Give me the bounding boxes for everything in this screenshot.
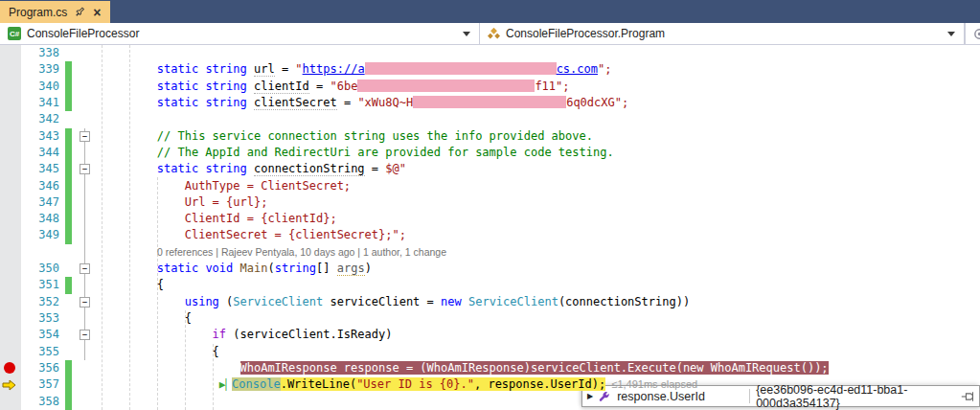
run-to-cursor-icon[interactable]: ▶▏	[219, 378, 232, 391]
chevron-down-icon	[947, 32, 955, 36]
code-token: (	[267, 262, 274, 275]
code-token: ServiceClient	[233, 295, 323, 308]
code-line-text[interactable]: ClientId = {clientId};	[102, 211, 337, 227]
datatip-pin-icon[interactable]	[961, 391, 974, 402]
code-line-text[interactable]: WhoAmIResponse response = (WhoAmIRespons…	[102, 360, 829, 376]
code-token: string	[275, 262, 316, 275]
code-row: 355 {	[0, 344, 980, 360]
line-number: 348	[21, 211, 59, 227]
code-line-text[interactable]: // This service connection string uses t…	[102, 128, 593, 145]
code-line-text[interactable]: // The AppId and RedirectUri are provide…	[102, 145, 614, 161]
code-line-text[interactable]: using (ServiceClient serviceClient = new…	[102, 294, 690, 310]
code-token: new	[441, 295, 462, 308]
code-token: "	[295, 62, 302, 76]
datatip-value[interactable]: {ee36b096-ec4d-ed11-bba1-000d3a354137}	[756, 383, 955, 410]
code-line-text[interactable]: static string clientSecret = "xWu8Q~H6q0…	[102, 95, 628, 111]
collapse-region-button[interactable]: −	[80, 164, 90, 174]
code-row: 341 static string clientSecret = "xWu8Q~…	[0, 95, 980, 111]
codelens-info: 0 references | Rajeev Pentyala, 10 days …	[157, 246, 446, 258]
document-tab-bar: Program.cs ×	[0, 0, 980, 23]
breakpoint-glyph[interactable]	[4, 362, 15, 374]
code-row: 354− if (serviceClient.IsReady)	[0, 327, 980, 343]
line-number: 354	[21, 327, 59, 343]
code-line-text[interactable]: ▶▏Console.WriteLine("User ID is {0}.", r…	[102, 376, 697, 393]
line-number: 345	[21, 161, 59, 177]
code-row: 339 static string url = "https://acs.com…	[0, 61, 980, 78]
collapse-region-button[interactable]: −	[80, 330, 90, 340]
line-number: 346	[21, 178, 59, 194]
redacted-client-id	[357, 80, 535, 92]
code-token: )	[365, 262, 372, 275]
code-token	[102, 377, 219, 391]
code-token: static	[157, 80, 198, 93]
code-rows: 338339 static string url = "https://acs.…	[0, 45, 980, 410]
chevron-down-icon	[463, 32, 470, 36]
current-statement-arrow[interactable]	[2, 379, 16, 391]
perf-tip: ≤1,491ms elapsed	[605, 378, 697, 390]
csharp-project-icon: C#	[8, 27, 21, 40]
code-token	[102, 80, 157, 93]
code-row: 349 ClientSecret = {clientSecret};";	[0, 227, 980, 243]
code-token: clientSecret	[254, 96, 337, 110]
member-dropdown-partial[interactable]	[965, 23, 980, 44]
code-line-text[interactable]: 0 references | Rajeev Pentyala, 10 days …	[102, 244, 446, 261]
code-line-text[interactable]: Url = {url};	[102, 194, 267, 211]
code-line-text[interactable]: if (serviceClient.IsReady)	[102, 327, 392, 343]
code-token	[102, 162, 157, 175]
code-token: {	[102, 278, 164, 291]
collapse-region-button[interactable]: −	[80, 297, 90, 308]
code-token: using	[185, 295, 219, 308]
code-token: serviceClient =	[323, 295, 441, 308]
code-row: 352− using (ServiceClient serviceClient …	[0, 294, 980, 310]
code-token: (serviceClient.IsReady)	[226, 328, 392, 341]
code-token: static	[157, 262, 198, 275]
change-tracking-bar	[65, 161, 72, 177]
line-number: 355	[21, 344, 59, 360]
code-line-text[interactable]: {	[102, 344, 219, 360]
line-number: 356	[21, 360, 59, 376]
code-line-text[interactable]: static void Main(string[] args)	[102, 261, 372, 277]
code-row: 356 WhoAmIResponse response = (WhoAmIRes…	[0, 360, 980, 376]
code-token: ";	[598, 62, 611, 76]
code-token: ClientSecret = {clientSecret};";	[102, 228, 406, 241]
code-token: =	[275, 62, 296, 76]
tab-program-cs[interactable]: Program.cs ×	[0, 1, 110, 23]
code-token: (connectionString))	[558, 295, 690, 308]
code-line-text[interactable]: ClientSecret = {clientSecret};";	[102, 227, 406, 243]
change-tracking-bar	[65, 360, 72, 376]
close-icon[interactable]: ×	[93, 7, 101, 18]
type-dropdown[interactable]: ConsoleFileProcessor.Program	[480, 23, 965, 44]
code-token: "User ID is {0}."	[356, 377, 474, 391]
gear-icon	[972, 27, 980, 41]
code-token: "xWu8Q~H	[357, 96, 413, 109]
line-number: 338	[21, 45, 59, 61]
code-line-text[interactable]: {	[102, 310, 192, 327]
code-token	[102, 262, 157, 275]
code-token: Console	[232, 377, 281, 391]
code-token: string	[205, 96, 246, 109]
code-line-text[interactable]: static string clientId = "6bef11";	[102, 79, 570, 95]
collapse-region-button[interactable]: −	[80, 131, 90, 142]
code-line-text[interactable]: static string connectionString = $@"	[102, 161, 406, 177]
code-token	[247, 162, 254, 175]
line-number: 343	[21, 128, 59, 145]
collapse-region-button[interactable]: −	[80, 263, 90, 274]
code-line-text[interactable]: {	[102, 277, 164, 293]
code-token: url	[254, 62, 275, 77]
code-line-text[interactable]: static string url = "https://acs.com";	[102, 61, 611, 78]
code-row: 345− static string connectionString = $@…	[0, 161, 980, 177]
code-token: []	[316, 262, 337, 275]
project-dropdown[interactable]: C# ConsoleFileProcessor	[0, 23, 480, 44]
code-token: =	[365, 162, 386, 175]
line-number: 350	[21, 261, 59, 277]
code-token	[102, 146, 157, 159]
code-token: 6q0dcXG";	[566, 96, 628, 109]
code-line-text[interactable]: AuthType = ClientSecret;	[102, 178, 351, 194]
pin-icon[interactable]	[75, 7, 85, 17]
code-token: string	[205, 62, 246, 76]
code-token	[247, 62, 254, 76]
change-tracking-bar	[65, 277, 72, 293]
code-token: if	[213, 328, 226, 341]
code-row: 351 {	[0, 277, 980, 293]
project-dropdown-value: ConsoleFileProcessor	[27, 27, 139, 40]
